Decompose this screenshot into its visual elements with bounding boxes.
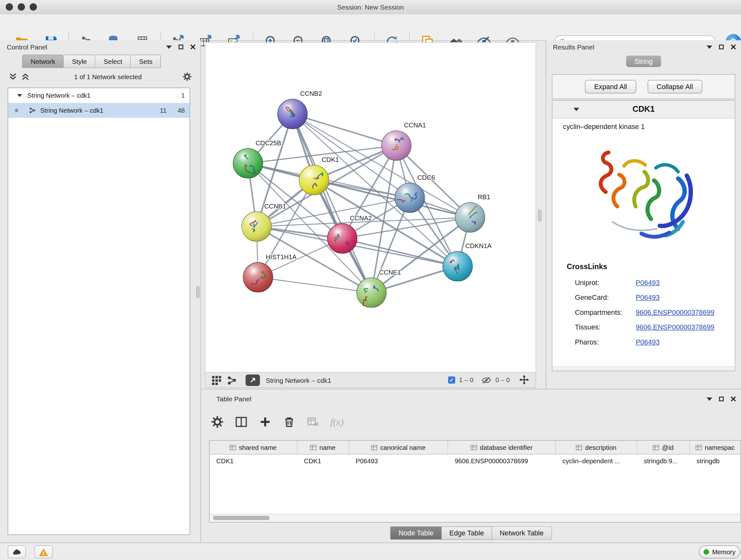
cell-namespace[interactable]: stringdb — [690, 455, 741, 468]
cell-database-identifier[interactable]: 9606.ENSP00000378699 — [448, 455, 556, 468]
crosslink-compartments-link[interactable]: 9606.ENSP00000378699 — [636, 308, 715, 316]
panel-close-button[interactable] — [731, 396, 736, 402]
show-columns-icon[interactable] — [234, 415, 248, 429]
crosslink-label: Uniprot: — [575, 278, 636, 286]
network-edge-hist1h1a-ccne1[interactable] — [258, 277, 372, 293]
column-header-name[interactable]: name — [297, 441, 349, 454]
tab-network[interactable]: Network — [22, 55, 64, 68]
tab-network-table[interactable]: Network Table — [492, 526, 552, 540]
gear-icon[interactable] — [183, 72, 192, 81]
network-edge-ccnb2-ccne1[interactable] — [293, 114, 372, 293]
crosslink-row: Compartments: 9606.ENSP00000378699 — [552, 305, 735, 320]
column-header-canonical-name[interactable]: canonical name — [349, 441, 448, 454]
column-header-shared-name[interactable]: shared name — [210, 441, 297, 454]
cell-name[interactable]: CDK1 — [297, 455, 349, 468]
column-header-id[interactable]: @id — [637, 441, 690, 454]
memory-button[interactable]: Memory — [699, 546, 740, 559]
maximize-icon — [179, 45, 184, 50]
control-panel-title: Control Panel — [7, 43, 47, 51]
panel-maximize-button[interactable] — [179, 45, 184, 50]
warnings-button[interactable] — [35, 546, 53, 559]
cell-id[interactable]: stringdb:9... — [637, 455, 690, 468]
table-row[interactable]: CDK1 CDK1 P06493 9606.ENSP00000378699 cy… — [210, 455, 741, 468]
network-node-hist1h1a[interactable] — [243, 262, 273, 292]
network-node-ccna2[interactable] — [327, 224, 357, 253]
results-panel-title: Results Panel — [553, 43, 595, 51]
panel-float-button[interactable] — [706, 45, 712, 49]
title-bar: Session: New Session — [0, 0, 741, 15]
external-arrow-icon — [250, 377, 256, 383]
right-splitter-handle[interactable] — [538, 210, 542, 221]
crosslink-label: Compartments: — [575, 308, 636, 316]
column-header-description[interactable]: description — [556, 441, 637, 454]
scrollbar-thumb[interactable] — [213, 516, 270, 520]
table-settings-gear-icon[interactable] — [211, 415, 224, 429]
maximize-icon — [719, 45, 724, 50]
network-selection-summary: 1 of 1 Network selected — [33, 73, 183, 80]
results-panel-header: Results Panel — [546, 40, 741, 54]
network-node-cdc25b[interactable] — [233, 148, 263, 178]
panel-float-button[interactable] — [706, 397, 712, 401]
tab-style[interactable]: Style — [64, 55, 95, 68]
network-node-ccne1[interactable] — [357, 278, 387, 307]
gene-section-scrollbar[interactable] — [552, 367, 735, 371]
panel-maximize-button[interactable] — [719, 396, 724, 401]
column-type-icon — [696, 445, 702, 450]
crosslink-genecard-link[interactable]: P06493 — [636, 294, 660, 301]
crosslink-tissues-link[interactable]: 9606.ENSP00000378699 — [636, 323, 715, 331]
control-panel-tabs: Network Style Select Sets — [22, 55, 201, 68]
cell-canonical-name[interactable]: P06493 — [349, 455, 448, 468]
crosslink-label: GeneCard: — [575, 294, 636, 301]
expand-all-icon[interactable] — [21, 73, 30, 80]
tab-select[interactable]: Select — [95, 55, 131, 68]
network-node-cdk1[interactable] — [299, 165, 329, 195]
close-icon — [190, 44, 196, 50]
panel-close-button[interactable] — [731, 44, 736, 50]
crosslink-row: Tissues: 9606.ENSP00000378699 — [552, 320, 735, 334]
selected-checkbox-icon[interactable]: ✓ — [448, 376, 455, 384]
cell-description[interactable]: cyclin–dependent ... — [556, 455, 637, 468]
chevron-down-icon — [166, 45, 172, 49]
network-node-count: 11 — [148, 107, 166, 114]
collapse-all-button[interactable]: Collapse All — [648, 80, 702, 94]
crosslink-uniprot-link[interactable]: P06493 — [636, 278, 660, 286]
network-graph[interactable]: CCNB2CCNA1CDC25BCDK1CDC6RB1CCNB1CCNA2CDK… — [205, 43, 536, 372]
network-collection-row[interactable]: String Network – cdk1 1 — [8, 88, 190, 103]
network-row[interactable]: String Network – cdk1 11 48 — [8, 103, 190, 118]
crosslink-pharos-link[interactable]: P06493 — [636, 338, 660, 346]
expand-all-button[interactable]: Expand All — [585, 80, 636, 94]
panel-close-button[interactable] — [190, 44, 196, 50]
open-in-new-window-button[interactable] — [246, 374, 260, 386]
pan-move-icon[interactable] — [519, 374, 530, 386]
node-label-ccne1: CCNE1 — [379, 269, 401, 276]
tree-expand-icon[interactable] — [17, 94, 22, 97]
gene-section-cdk1: CDK1 cyclin–dependent kinase 1 — [552, 100, 736, 371]
cell-shared-name[interactable]: CDK1 — [210, 455, 297, 468]
add-column-icon[interactable] — [259, 415, 272, 429]
delete-column-trash-icon[interactable] — [282, 415, 296, 429]
panel-maximize-button[interactable] — [719, 45, 724, 50]
table-horizontal-scrollbar[interactable] — [210, 514, 741, 522]
network-node-ccnb1[interactable] — [242, 212, 272, 241]
memory-label: Memory — [712, 549, 735, 556]
tab-node-table[interactable]: Node Table — [390, 526, 442, 540]
selected-node-edge-counts: 1 – 0 — [459, 376, 473, 384]
panel-float-button[interactable] — [166, 45, 172, 49]
birdseye-grid-icon[interactable] — [211, 375, 222, 385]
network-edge-ccnb2-rb1[interactable] — [293, 114, 470, 217]
gene-symbol: CDK1 — [552, 105, 735, 114]
column-header-namespace[interactable]: namespac — [690, 441, 741, 454]
network-overview-icon[interactable] — [226, 375, 237, 385]
cloud-status-button[interactable] — [8, 546, 26, 559]
network-node-cdc6[interactable] — [395, 183, 425, 212]
network-canvas[interactable]: CCNB2CCNA1CDC25BCDK1CDC6RB1CCNB1CCNA2CDK… — [205, 42, 536, 373]
network-edge-ccnb2-ccna1[interactable] — [293, 114, 397, 145]
node-label-ccna1: CCNA1 — [404, 122, 426, 129]
gene-section-header[interactable]: CDK1 — [552, 101, 735, 118]
left-splitter-handle[interactable] — [196, 287, 200, 298]
column-header-database-identifier[interactable]: database identifier — [448, 441, 556, 454]
collapse-all-icon[interactable] — [9, 73, 17, 80]
tab-sets[interactable]: Sets — [131, 55, 161, 68]
tab-string[interactable]: String — [626, 56, 661, 67]
tab-edge-table[interactable]: Edge Table — [442, 526, 492, 540]
